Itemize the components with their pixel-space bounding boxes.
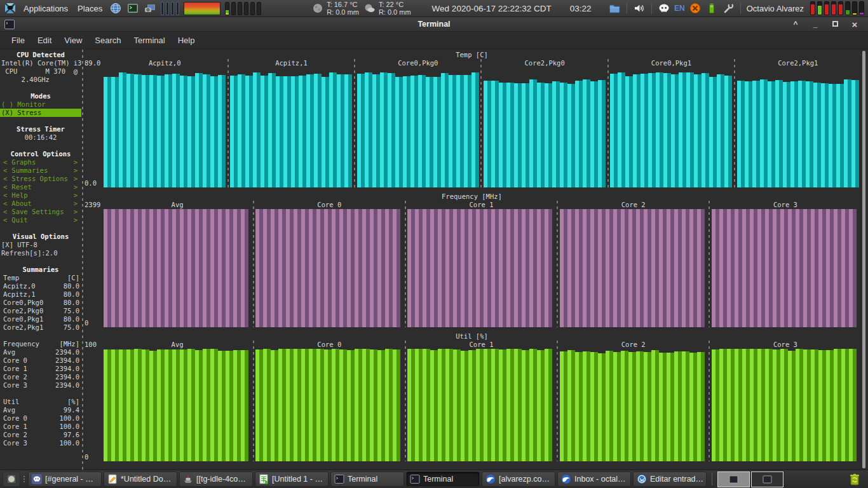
places-menu[interactable]: Places bbox=[75, 4, 105, 13]
task-button-8[interactable]: Inbox - octal… bbox=[557, 471, 631, 487]
battery-icon[interactable] bbox=[705, 2, 718, 15]
chart-column-core-1: Core 1 bbox=[407, 341, 555, 461]
column-bars bbox=[255, 209, 403, 327]
column-label: Core 0 bbox=[255, 341, 403, 349]
menu-help[interactable]: Help bbox=[172, 33, 201, 48]
menu-terminal[interactable]: Terminal bbox=[128, 33, 172, 48]
utf8-toggle[interactable]: [X] UTF-8 bbox=[0, 241, 81, 249]
shade-button[interactable]: ^ bbox=[791, 20, 800, 29]
weather-rain: R: 0.0 mm bbox=[379, 8, 411, 16]
control-quit[interactable]: <Quit> bbox=[0, 216, 81, 224]
chart-title: Temp [C] bbox=[85, 51, 859, 59]
thunderbird-icon bbox=[561, 474, 571, 484]
control-reset[interactable]: <Reset> bbox=[0, 183, 81, 191]
section-header: Stress Timer bbox=[0, 125, 81, 133]
browser-launcher-icon[interactable] bbox=[109, 2, 122, 15]
column-label: Avg bbox=[104, 341, 251, 349]
mode-stress[interactable]: (X) Stress bbox=[0, 109, 81, 117]
close-button[interactable]: × bbox=[850, 19, 859, 30]
task-button-1[interactable]: [#general - … bbox=[28, 471, 102, 487]
applications-menu[interactable]: Applications bbox=[21, 4, 71, 13]
blank-line bbox=[0, 142, 81, 150]
column-separator bbox=[353, 59, 357, 187]
weather-applet-1[interactable]: T: 16.7 °CR: 0.0 mm bbox=[311, 1, 359, 16]
column-bars bbox=[560, 209, 707, 327]
menu-search[interactable]: Search bbox=[88, 33, 127, 48]
sensor-meter-4 bbox=[838, 1, 843, 15]
control-help[interactable]: <Help> bbox=[0, 191, 81, 200]
bar-stripe bbox=[853, 349, 857, 461]
file-manager-icon[interactable] bbox=[608, 2, 621, 15]
stress-timer-value: 00:16:42 bbox=[0, 133, 81, 142]
column-separator bbox=[403, 201, 407, 327]
window-list-handle[interactable] bbox=[22, 476, 26, 482]
task-button-6[interactable]: Terminal bbox=[406, 471, 480, 487]
column-separator bbox=[555, 201, 560, 327]
chart-column-acpitz-1: Acpitz,1 bbox=[230, 59, 352, 187]
control-summaries[interactable]: <Summaries> bbox=[0, 166, 81, 175]
workspace-1[interactable] bbox=[717, 471, 750, 487]
volume-icon[interactable] bbox=[633, 2, 646, 15]
bar-stripe bbox=[701, 352, 705, 461]
sensor-meter-5 bbox=[845, 1, 850, 15]
bar-stripe bbox=[548, 349, 552, 461]
column-bars bbox=[255, 349, 403, 461]
clock-applet[interactable]: Wed 2020-06-17 22:22:32 CDT bbox=[432, 4, 552, 13]
distro-menu-icon[interactable] bbox=[4, 2, 17, 15]
menu-edit[interactable]: Edit bbox=[31, 33, 58, 48]
moon-cloud-icon bbox=[363, 2, 376, 15]
workspace-2[interactable] bbox=[751, 471, 783, 487]
chart-main: 89.00.0Acpitz,0Acpitz,1Core0,Pkg0Core2,P… bbox=[85, 59, 859, 187]
column-label: Core 2 bbox=[560, 201, 707, 209]
thunderbird-icon bbox=[485, 474, 496, 484]
blank-line bbox=[0, 224, 81, 233]
task-button-5[interactable]: Terminal bbox=[330, 471, 404, 487]
chart-main: 1000AvgCore 0Core 1Core 2Core 3 bbox=[85, 341, 859, 461]
chart-columns: AvgCore 0Core 1Core 2Core 3 bbox=[104, 201, 859, 327]
weather-applet-2[interactable]: T: 22 °CR: 0.0 mm bbox=[363, 1, 411, 16]
column-bars bbox=[104, 349, 251, 461]
column-label: Core 3 bbox=[712, 201, 859, 209]
task-button-2[interactable]: *Untitled Do… bbox=[104, 471, 177, 487]
keyboard-layout-indicator[interactable]: EN bbox=[674, 4, 685, 13]
terminal-scrollbar[interactable] bbox=[862, 51, 865, 468]
discord-tray-icon[interactable] bbox=[658, 2, 670, 15]
chart-column-core-2: Core 2 bbox=[560, 341, 707, 461]
column-bars bbox=[610, 67, 732, 187]
screenshot-launcher-icon[interactable] bbox=[144, 2, 156, 15]
column-separator bbox=[479, 59, 484, 187]
task-button-7[interactable]: [alvarezp.co… bbox=[482, 471, 555, 487]
blank-line bbox=[0, 332, 81, 340]
mode-monitor[interactable]: ( ) Monitor bbox=[0, 100, 81, 109]
terminal-titlebar[interactable]: Terminal ^ _ × bbox=[0, 17, 868, 32]
control-graphs[interactable]: <Graphs> bbox=[0, 158, 81, 166]
bar-stripe bbox=[548, 209, 552, 327]
menu-file[interactable]: File bbox=[5, 33, 31, 48]
refresh-setting[interactable]: Refresh[s]:2.0 bbox=[0, 249, 81, 257]
sensor-meter-7 bbox=[859, 1, 864, 15]
summary-row: Core 22394.0 bbox=[0, 373, 81, 381]
task-button-3[interactable]: [[tg-idle-4co… bbox=[179, 471, 253, 487]
task-button-9[interactable]: Editar entrad… bbox=[633, 471, 707, 487]
terminal-launcher-icon[interactable] bbox=[126, 2, 139, 15]
tool-tray-icon[interactable] bbox=[722, 2, 735, 15]
task-button-4[interactable]: [Untitled 1 - … bbox=[255, 471, 329, 487]
menu-view[interactable]: View bbox=[58, 33, 88, 48]
trash-icon[interactable] bbox=[848, 472, 862, 486]
secondary-clock[interactable]: 03:22 bbox=[570, 4, 592, 13]
control-stress-options[interactable]: <Stress Options> bbox=[0, 175, 81, 183]
chart-y-labels: 1000 bbox=[85, 341, 104, 461]
show-desktop-button[interactable] bbox=[3, 471, 20, 487]
bar-stripe bbox=[245, 350, 248, 461]
username-label[interactable]: Octavio Alvarez bbox=[747, 4, 804, 13]
maximize-button[interactable] bbox=[831, 20, 839, 29]
task-button-label: Inbox - octal… bbox=[574, 475, 626, 484]
update-status-icon[interactable] bbox=[689, 2, 702, 15]
column-bars bbox=[484, 67, 606, 187]
control-save-settings[interactable]: <Save Settings> bbox=[0, 208, 81, 216]
minimize-button[interactable]: _ bbox=[811, 20, 820, 29]
chart-column-core2-pkg1: Core2,Pkg1 bbox=[737, 59, 859, 187]
terminal-icon bbox=[334, 474, 344, 484]
weather-rain: R: 0.0 mm bbox=[327, 8, 359, 16]
control-about[interactable]: <About> bbox=[0, 200, 81, 208]
